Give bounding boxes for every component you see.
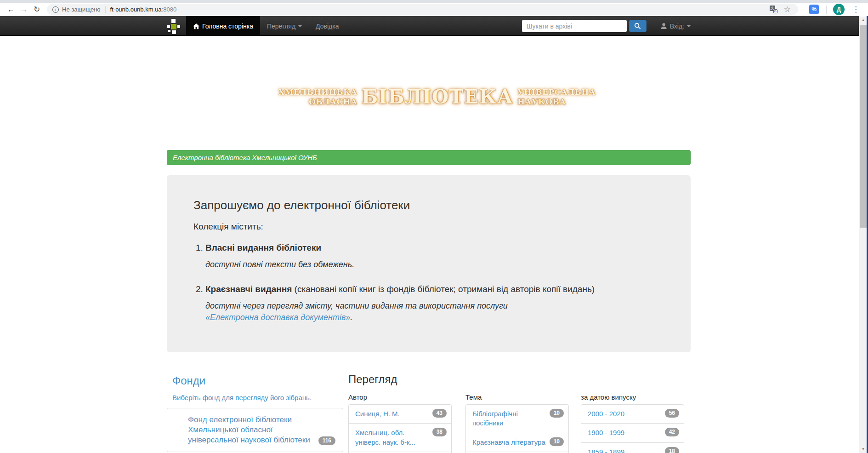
facet-link[interactable]: 1900 - 1999 xyxy=(588,429,624,436)
browse-section: Перегляд Автор Синиця, Н. М. 43 Хмельниц… xyxy=(348,366,691,453)
community-item[interactable]: Фонд електронної бібліотеки Хмельницької… xyxy=(167,408,343,452)
banner-left-text: ХМЕЛЬНИЦЬКА ОБЛАСНА xyxy=(278,87,357,107)
count-badge: 43 xyxy=(432,409,447,418)
scroll-down-icon[interactable]: ▼ xyxy=(859,446,867,453)
search-input[interactable] xyxy=(522,20,627,32)
facet-row[interactable]: 2000 - 2020 56 xyxy=(581,405,684,423)
facet-row[interactable]: Краєзнавча література 10 xyxy=(466,433,568,452)
security-label: Не защищено xyxy=(62,6,101,13)
nav-item-browse[interactable]: Перегляд xyxy=(260,16,309,36)
library-logo-banner: ХМЕЛЬНИЦЬКА ОБЛАСНА БІБЛІОТЕКА УНІВЕРСАЛ… xyxy=(278,87,596,107)
site-alert-banner: Електронна бібліотека Хмельницької ОУНБ xyxy=(167,150,691,165)
facet-link[interactable]: Бібліографічні посібники xyxy=(472,410,518,427)
facet-subject: Тема Бібліографічні посібники 10 Краєзна… xyxy=(465,393,581,453)
count-badge: 18 xyxy=(665,447,679,453)
community-link[interactable]: Фонд електронної бібліотеки Хмельницької… xyxy=(188,415,310,444)
page-content: ХМЕЛЬНИЦЬКА ОБЛАСНА БІБЛІОТЕКА УНІВЕРСАЛ… xyxy=(0,36,859,453)
count-badge: 42 xyxy=(665,428,679,436)
facet-row[interactable]: Синиця, Н. М. 43 xyxy=(349,405,451,423)
nav-browse-label: Перегляд xyxy=(267,23,295,30)
search-icon xyxy=(634,23,641,29)
nav-item-home[interactable]: Головна сторінка xyxy=(186,16,260,36)
url-port: :8080 xyxy=(162,6,177,13)
facet-link[interactable]: 2000 - 2020 xyxy=(588,410,624,418)
back-button[interactable]: ← xyxy=(5,5,17,14)
count-badge: 116 xyxy=(318,436,335,445)
scroll-up-icon[interactable]: ▲ xyxy=(859,17,867,24)
forward-button[interactable]: → xyxy=(17,5,30,14)
collection-intro: Колекція містить: xyxy=(193,222,663,232)
facet-label: за датою випуску xyxy=(581,393,688,401)
facet-row[interactable]: 1859 - 1899 18 xyxy=(581,442,684,453)
extension-icon[interactable]: % xyxy=(809,5,819,14)
item1-title: Власні видання бібліотеки xyxy=(205,243,321,252)
user-icon xyxy=(660,23,667,29)
facet-date-issued: за датою випуску 2000 - 2020 56 1900 - 1… xyxy=(581,393,688,453)
address-bar[interactable]: i Не защищено ft-ounb.ounb.km.ua :8080 文… xyxy=(47,4,798,15)
banner-right-text: УНІВЕРСАЛЬНА НАУКОВА xyxy=(517,87,596,107)
facet-panel: Синиця, Н. М. 43 Хмельниц. обл. універс.… xyxy=(348,404,452,453)
list-item: Власні видання бібліотеки доступні повні… xyxy=(205,243,663,270)
communities-hint: Виберіть фонд для перегляду його зібрань… xyxy=(172,394,343,401)
count-badge: 10 xyxy=(550,409,564,418)
item2-title: Краєзнавчі видання xyxy=(205,284,292,294)
scrollbar-thumb[interactable] xyxy=(860,25,867,228)
login-label: Вхід: xyxy=(670,23,684,30)
communities-panel: Фонд електронної бібліотеки Хмельницької… xyxy=(167,408,343,452)
count-badge: 56 xyxy=(665,409,679,418)
list-item: Краєзнавчі видання (скановані копії книг… xyxy=(205,284,663,323)
nav-item-help[interactable]: Довідка xyxy=(309,16,346,36)
welcome-title: Запрошуємо до електронної бібліотеки xyxy=(193,198,663,212)
edd-service-link[interactable]: «Електронна доставка документів» xyxy=(205,313,350,322)
facet-link[interactable]: Краєзнавча література xyxy=(472,438,545,446)
url-host: ft-ounb.ounb.km.ua xyxy=(110,6,162,13)
facet-panel: 2000 - 2020 56 1900 - 1999 42 1859 - 189… xyxy=(581,404,684,453)
facet-link[interactable]: Синиця, Н. М. xyxy=(355,410,400,418)
login-menu[interactable]: Вхід: xyxy=(660,23,691,30)
vertical-scrollbar[interactable]: ▲ ▼ xyxy=(859,17,867,453)
home-icon xyxy=(193,23,199,29)
browser-toolbar: ← → ↻ i Не защищено ft-ounb.ounb.km.ua :… xyxy=(0,3,868,16)
communities-title: Фонди xyxy=(172,374,343,387)
communities-section: Фонди Виберіть фонд для перегляду його з… xyxy=(167,366,343,453)
count-badge: 38 xyxy=(432,428,447,436)
facet-row[interactable]: Бібліографічні посібники 10 xyxy=(466,405,568,433)
site-navbar: Головна сторінка Перегляд Довідка Вхід: xyxy=(0,16,859,36)
item2-suffix: (скановані копії книг із фондів бібліоте… xyxy=(292,284,595,294)
count-badge: 10 xyxy=(550,437,564,446)
facet-link[interactable]: Хмельниц. обл. універс. наук. б-к... xyxy=(355,429,415,446)
browser-menu-icon[interactable]: ⋮ xyxy=(852,5,860,14)
browse-title: Перегляд xyxy=(348,373,691,386)
welcome-jumbotron: Запрошуємо до електронної бібліотеки Кол… xyxy=(167,175,691,352)
facet-label: Автор xyxy=(348,393,465,401)
item2-desc-end: . xyxy=(350,313,352,322)
dspace-logo-icon[interactable] xyxy=(167,18,180,34)
collection-list: Власні видання бібліотеки доступні повні… xyxy=(193,243,663,324)
item1-desc: доступні повні тексти без обмежень. xyxy=(205,259,559,270)
facet-row[interactable]: 1900 - 1999 42 xyxy=(581,423,684,442)
caret-down-icon xyxy=(687,25,691,27)
reload-button[interactable]: ↻ xyxy=(30,5,43,14)
facet-author: Автор Синиця, Н. М. 43 Хмельниц. обл. ун… xyxy=(348,393,465,453)
search-button[interactable] xyxy=(629,20,647,32)
bookmark-star-icon[interactable]: ☆ xyxy=(784,5,791,14)
profile-avatar[interactable]: Д xyxy=(833,4,845,15)
facet-link[interactable]: 1859 - 1899 xyxy=(588,448,624,453)
item2-desc: доступні через перегляд змісту, частини … xyxy=(205,301,508,310)
caret-down-icon xyxy=(298,25,302,27)
nav-home-label: Головна сторінка xyxy=(202,23,253,30)
banner-center-text: БІБЛІОТЕКА xyxy=(361,87,513,107)
translate-front: G xyxy=(773,9,777,13)
divider xyxy=(105,6,106,13)
divider xyxy=(826,6,827,14)
nav-help-label: Довідка xyxy=(316,23,339,30)
facet-panel: Бібліографічні посібники 10 Краєзнавча л… xyxy=(465,404,569,453)
facet-label: Тема xyxy=(465,393,581,401)
facet-row[interactable]: Хмельниц. обл. універс. наук. б-к... 38 xyxy=(349,423,451,452)
translate-icon[interactable]: 文 G xyxy=(770,6,777,13)
secure-info-icon[interactable]: i xyxy=(52,6,59,13)
